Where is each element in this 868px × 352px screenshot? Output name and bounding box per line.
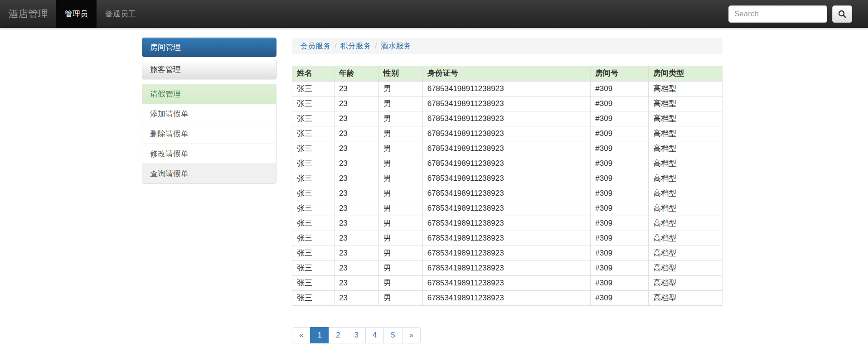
table-cell: 高档型 (649, 291, 723, 306)
brand[interactable]: 酒店管理 (0, 0, 56, 28)
table-cell: #309 (591, 246, 649, 261)
table-cell: 男 (378, 276, 422, 291)
pagination-prev[interactable]: « (292, 327, 310, 343)
pagination-next[interactable]: » (402, 327, 421, 343)
sidebar-list-item-5[interactable]: 查询请假单 (142, 164, 276, 184)
table-cell: 678534198911238923 (422, 156, 591, 171)
sidebar: 房间管理旅客管理请假管理添加请假单删除请假单修改请假单查询请假单 (142, 38, 276, 184)
table-cell: #309 (591, 186, 649, 201)
pagination-page-1[interactable]: 1 (310, 327, 329, 343)
search-input[interactable] (728, 5, 827, 23)
table-cell: 高档型 (649, 276, 723, 291)
table-cell: 张三 (292, 246, 335, 261)
table-header-cell: 性别 (378, 66, 422, 82)
navbar-item-1[interactable]: 管理员 (56, 0, 97, 28)
table-row: 张三23男678534198911238923#309高档型 (292, 276, 723, 291)
table-cell: 678534198911238923 (422, 276, 591, 291)
table-row: 张三23男678534198911238923#309高档型 (292, 201, 723, 216)
page-body: 房间管理旅客管理请假管理添加请假单删除请假单修改请假单查询请假单 会员服务/积分… (0, 28, 868, 352)
table-cell: 张三 (292, 231, 335, 246)
breadcrumb-separator: / (331, 41, 340, 51)
sidebar-button-1[interactable]: 房间管理 (142, 38, 276, 57)
table-cell: 23 (334, 141, 378, 156)
pagination-page-4[interactable]: 4 (365, 327, 384, 343)
table-cell: 高档型 (649, 246, 723, 261)
sidebar-list-item-4[interactable]: 修改请假单 (142, 144, 276, 164)
table-cell: 678534198911238923 (422, 216, 591, 231)
table-cell: 高档型 (649, 201, 723, 216)
table-cell: 高档型 (649, 81, 723, 96)
navbar-item-2[interactable]: 普通员工 (97, 0, 145, 28)
sidebar-list-item-1[interactable]: 请假管理 (142, 84, 276, 104)
table-cell: 高档型 (649, 126, 723, 141)
breadcrumb-item-3[interactable]: 酒水服务 (380, 41, 411, 51)
table-cell: 男 (378, 186, 422, 201)
table-cell: 张三 (292, 126, 335, 141)
table-header-cell: 房间类型 (649, 66, 723, 82)
table-cell: 高档型 (649, 261, 723, 276)
pagination-page-2[interactable]: 2 (329, 327, 347, 343)
table-cell: 23 (334, 186, 378, 201)
table-row: 张三23男678534198911238923#309高档型 (292, 216, 723, 231)
table-cell: 张三 (292, 186, 335, 201)
pagination-page-5[interactable]: 5 (383, 327, 402, 343)
pagination-page-3[interactable]: 3 (347, 327, 365, 343)
table-cell: 男 (378, 246, 422, 261)
table-row: 张三23男678534198911238923#309高档型 (292, 186, 723, 201)
table-row: 张三23男678534198911238923#309高档型 (292, 126, 723, 141)
table-cell: 23 (334, 261, 378, 276)
table-cell: 男 (378, 216, 422, 231)
table-cell: 678534198911238923 (422, 291, 591, 306)
table-cell: 23 (334, 201, 378, 216)
sidebar-button-2[interactable]: 旅客管理 (142, 60, 276, 79)
table-cell: 23 (334, 156, 378, 171)
table-cell: #309 (591, 171, 649, 186)
breadcrumb-separator: / (371, 41, 381, 51)
search-icon (838, 10, 847, 19)
table-cell: 678534198911238923 (422, 111, 591, 126)
navbar-search-form (728, 0, 868, 28)
table-row: 张三23男678534198911238923#309高档型 (292, 246, 723, 261)
table-cell: 高档型 (649, 171, 723, 186)
table-cell: 678534198911238923 (422, 81, 591, 96)
guest-table-body: 张三23男678534198911238923#309高档型张三23男67853… (292, 81, 723, 306)
table-cell: #309 (591, 141, 649, 156)
table-cell: 678534198911238923 (422, 261, 591, 276)
main-content: 会员服务/积分服务/酒水服务 姓名年龄性别身份证号房间号房间类型 张三23男67… (292, 38, 723, 343)
table-cell: 张三 (292, 201, 335, 216)
breadcrumb-item-2[interactable]: 积分服务 (340, 41, 371, 51)
table-cell: 678534198911238923 (422, 231, 591, 246)
breadcrumb-item-1[interactable]: 会员服务 (300, 41, 331, 51)
table-cell: #309 (591, 276, 649, 291)
table-cell: 男 (378, 171, 422, 186)
table-cell: 张三 (292, 171, 335, 186)
table-cell: 男 (378, 141, 422, 156)
table-cell: 张三 (292, 216, 335, 231)
sidebar-list-item-3[interactable]: 删除请假单 (142, 124, 276, 144)
table-cell: 男 (378, 96, 422, 111)
table-cell: 23 (334, 246, 378, 261)
table-cell: 张三 (292, 81, 335, 96)
table-cell: 高档型 (649, 186, 723, 201)
guest-table: 姓名年龄性别身份证号房间号房间类型 张三23男67853419891123892… (292, 66, 723, 306)
table-cell: 张三 (292, 141, 335, 156)
table-cell: 23 (334, 216, 378, 231)
table-row: 张三23男678534198911238923#309高档型 (292, 141, 723, 156)
table-header-cell: 姓名 (292, 66, 335, 82)
table-cell: 678534198911238923 (422, 246, 591, 261)
table-row: 张三23男678534198911238923#309高档型 (292, 231, 723, 246)
table-cell: #309 (591, 261, 649, 276)
sidebar-list-item-2[interactable]: 添加请假单 (142, 104, 276, 124)
table-cell: #309 (591, 126, 649, 141)
search-button[interactable] (832, 5, 852, 23)
table-cell: #309 (591, 291, 649, 306)
table-cell: 张三 (292, 276, 335, 291)
table-cell: 男 (378, 126, 422, 141)
breadcrumb: 会员服务/积分服务/酒水服务 (292, 38, 723, 54)
table-cell: 678534198911238923 (422, 201, 591, 216)
table-cell: 高档型 (649, 141, 723, 156)
table-cell: #309 (591, 96, 649, 111)
table-cell: 23 (334, 171, 378, 186)
table-cell: 23 (334, 126, 378, 141)
table-cell: 张三 (292, 291, 335, 306)
